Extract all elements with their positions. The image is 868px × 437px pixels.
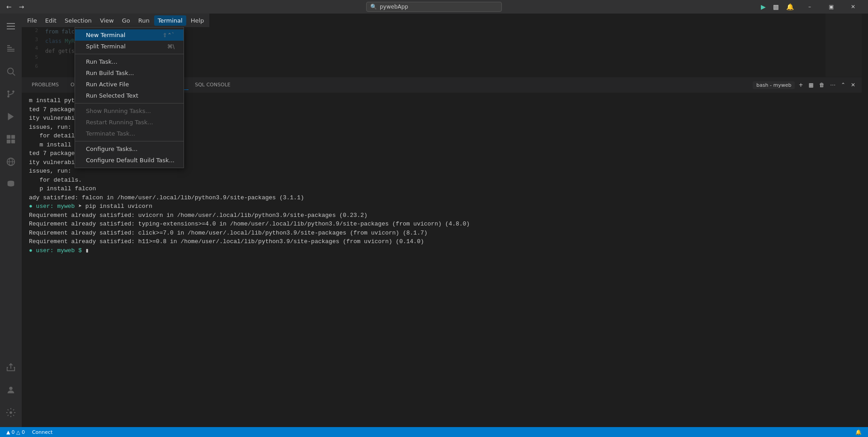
menu-run-build-task[interactable]: Run Build Task... (75, 67, 184, 79)
activity-bar (0, 14, 22, 427)
menu-help[interactable]: Help (187, 15, 208, 26)
run-build-task-label: Run Build Task... (86, 70, 134, 76)
menu-run[interactable]: Run (135, 15, 153, 26)
separator-3 (75, 141, 184, 141)
menu-run-active-file[interactable]: Run Active File (75, 79, 184, 90)
menu-terminal[interactable]: Terminal (154, 15, 186, 26)
notification-icon: 🔔 (855, 429, 862, 435)
minimize-button[interactable]: – (799, 0, 820, 14)
close-terminal-button[interactable]: ✕ (849, 81, 857, 89)
menu-configure-tasks[interactable]: Configure Tasks... (75, 143, 184, 155)
menu-file[interactable]: File (24, 15, 41, 26)
activity-database[interactable] (0, 174, 22, 195)
new-terminal-shortcut: ⇧⌃` (163, 32, 175, 38)
svg-rect-0 (7, 23, 15, 24)
activity-settings[interactable] (0, 402, 22, 423)
show-running-tasks-label: Show Running Tasks... (86, 108, 151, 114)
connect-label: Connect (32, 429, 52, 435)
separator-2 (75, 103, 184, 103)
activity-explorer[interactable] (0, 38, 22, 60)
term-line-prompt-1: ● user: myweb ➤ pip install uvicorn (29, 202, 854, 211)
term-line-15: Requirement already satisfied: click>=7.… (29, 229, 854, 238)
terminal-dropdown: New Terminal ⇧⌃` Split Terminal ⌘\ Run T… (75, 27, 184, 168)
titlebar-left-icons: ← → (5, 2, 26, 11)
svg-rect-2 (7, 28, 15, 29)
term-line-10: for details. (29, 176, 854, 185)
menubar: File Edit Selection View Go Run Terminal… (22, 14, 209, 27)
run-icon[interactable]: ▶ (759, 2, 768, 11)
titlebar: ← → 🔍 pywebApp ▶ ▩ 🔔 – ▣ ✕ (0, 0, 868, 14)
split-terminal-shortcut: ⌘\ (167, 43, 175, 50)
restart-running-task-label: Restart Running Task... (86, 119, 153, 126)
close-button[interactable]: ✕ (843, 0, 863, 14)
status-connect[interactable]: Connect (29, 427, 55, 437)
menu-run-selected-text[interactable]: Run Selected Text (75, 90, 184, 101)
separator-1 (75, 54, 184, 54)
tab-problems[interactable]: PROBLEMS (26, 80, 64, 90)
titlebar-center: 🔍 pywebApp (366, 2, 502, 12)
window-controls: – ▣ ✕ (799, 0, 863, 14)
configure-default-build-task-label: Configure Default Build Task... (86, 157, 175, 164)
menu-show-running-tasks: Show Running Tasks... (75, 105, 184, 117)
activity-ports[interactable] (0, 357, 22, 378)
term-line-11: p install falcon (29, 184, 854, 193)
term-line-14: Requirement already satisfied: typing-ex… (29, 220, 854, 229)
configure-tasks-label: Configure Tasks... (86, 146, 137, 152)
svg-rect-10 (7, 135, 10, 139)
menu-edit[interactable]: Edit (42, 15, 60, 26)
forward-icon[interactable]: → (17, 2, 26, 11)
right-scrollbar[interactable] (862, 14, 868, 427)
activity-source-control[interactable] (0, 83, 22, 105)
kill-terminal-button[interactable]: 🗑 (817, 81, 826, 89)
menu-run-task[interactable]: Run Task... (75, 56, 184, 67)
menu-selection[interactable]: Selection (61, 15, 95, 26)
activity-account[interactable] (0, 379, 22, 401)
source-control-icon: ▲ (6, 429, 10, 435)
back-icon[interactable]: ← (5, 2, 14, 11)
search-text: pywebApp (380, 4, 408, 10)
bell-icon[interactable]: 🔔 (784, 2, 796, 11)
status-source-control[interactable]: ▲ 0 △ 0 (4, 427, 28, 437)
maximize-button[interactable]: ▣ (821, 0, 842, 14)
search-box[interactable]: 🔍 pywebApp (366, 2, 502, 12)
activity-search[interactable] (0, 61, 22, 82)
svg-point-18 (9, 387, 12, 390)
svg-point-3 (8, 68, 14, 74)
run-active-file-label: Run Active File (86, 81, 129, 88)
bash-label[interactable]: bash - myweb (753, 81, 795, 89)
statusbar: ▲ 0 △ 0 Connect 🔔 (0, 427, 868, 437)
menu-configure-default-build-task[interactable]: Configure Default Build Task... (75, 155, 184, 166)
svg-line-4 (13, 73, 15, 75)
activity-run-debug[interactable] (0, 106, 22, 127)
statusbar-left: ▲ 0 △ 0 Connect (4, 427, 55, 437)
maximize-terminal-button[interactable]: ⌃ (839, 81, 847, 89)
split-terminal-label: Split Terminal (86, 43, 126, 50)
svg-point-7 (7, 95, 9, 98)
activity-bottom (0, 357, 22, 427)
svg-rect-13 (11, 140, 15, 143)
split-terminal-button[interactable]: ▩ (807, 81, 816, 89)
activity-menu[interactable] (0, 15, 22, 37)
terminal-tab-actions: bash - myweb + ▩ 🗑 ⋯ ⌃ ✕ (753, 81, 857, 89)
menu-restart-running-task: Restart Running Task... (75, 117, 184, 128)
menu-view[interactable]: View (96, 15, 118, 26)
activity-extensions[interactable] (0, 128, 22, 150)
term-line-12: ady satisfied: falcon in /home/user/.loc… (29, 193, 854, 202)
activity-remote[interactable] (0, 151, 22, 173)
tab-sql-console[interactable]: SQL CONSOLE (189, 80, 236, 90)
svg-point-19 (9, 411, 12, 414)
source-control-text: 0 △ 0 (11, 429, 24, 435)
split-editor-icon[interactable]: ▩ (771, 2, 781, 11)
add-terminal-button[interactable]: + (797, 81, 805, 89)
svg-point-5 (7, 90, 9, 93)
menu-new-terminal[interactable]: New Terminal ⇧⌃` (75, 29, 184, 41)
status-notifications[interactable]: 🔔 (853, 427, 864, 437)
menu-split-terminal[interactable]: Split Terminal ⌘\ (75, 41, 184, 52)
more-terminal-actions[interactable]: ⋯ (828, 81, 837, 89)
run-task-label: Run Task... (86, 58, 118, 65)
term-line-16: Requirement already satisfied: h11>=0.8 … (29, 237, 854, 246)
term-line-prompt-2: ● user: myweb $ ▮ (29, 246, 854, 255)
terminate-task-label: Terminate Task... (86, 130, 135, 137)
menu-go[interactable]: Go (118, 15, 134, 26)
svg-marker-9 (8, 113, 14, 121)
